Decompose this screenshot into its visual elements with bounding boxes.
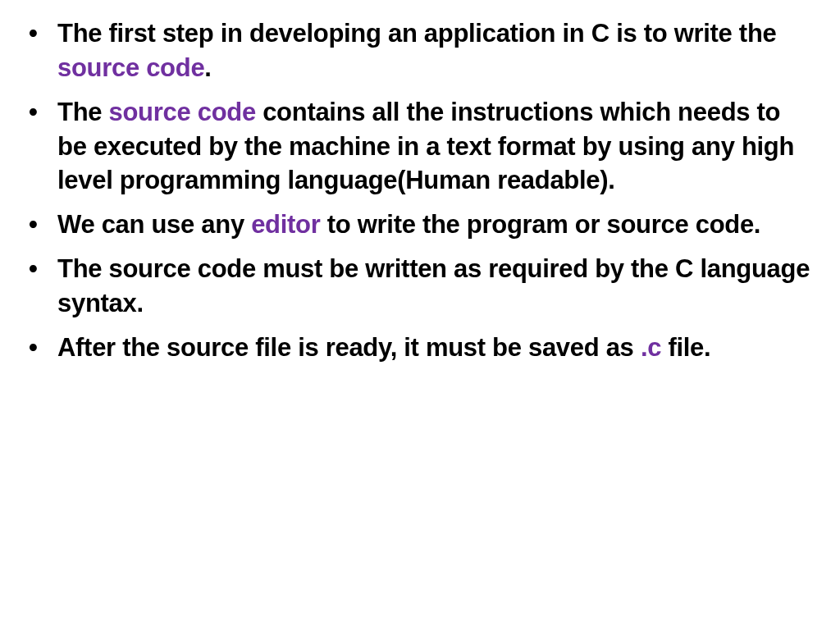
- highlight-text: source code: [109, 98, 256, 126]
- bullet-text: After the source file is ready, it must …: [57, 333, 641, 362]
- bullet-item: After the source file is ready, it must …: [16, 331, 815, 365]
- bullet-text: file.: [661, 333, 710, 362]
- bullet-item: The source code contains all the instruc…: [16, 95, 815, 199]
- bullet-text: The: [57, 98, 109, 126]
- bullet-text: .: [204, 53, 211, 82]
- highlight-text: source code: [57, 53, 204, 82]
- bullet-text: to write the program or source code.: [320, 210, 760, 239]
- highlight-text: editor: [251, 210, 320, 239]
- bullet-list: The first step in developing an applicat…: [16, 16, 815, 365]
- bullet-text: The first step in developing an applicat…: [57, 19, 776, 48]
- bullet-item: The first step in developing an applicat…: [16, 16, 815, 85]
- highlight-text: .c: [641, 333, 661, 362]
- bullet-item: The source code must be written as requi…: [16, 252, 815, 321]
- bullet-text: The source code must be written as requi…: [57, 254, 810, 317]
- bullet-item: We can use any editor to write the progr…: [16, 208, 815, 242]
- bullet-text: We can use any: [57, 210, 251, 239]
